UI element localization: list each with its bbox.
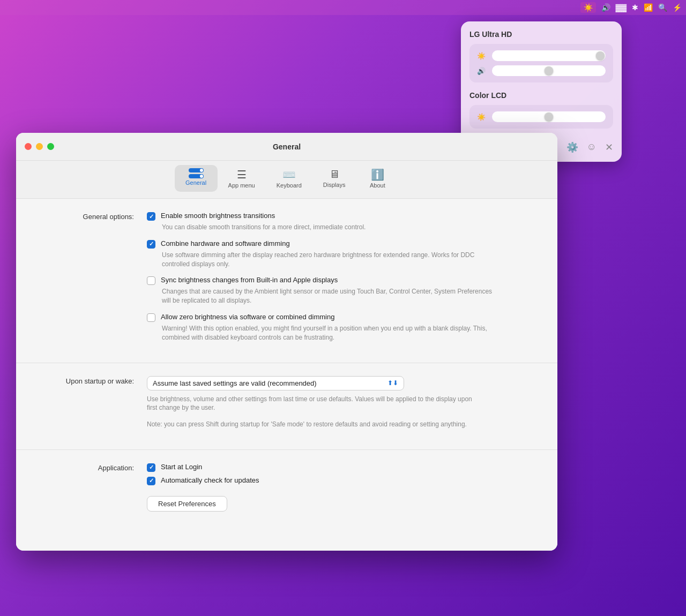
checkbox-start-login[interactable] <box>147 463 155 472</box>
preferences-window: General General ☰ App menu ⌨️ Keyboard 🖥 <box>16 133 557 551</box>
color-controls: ☀️ <box>469 105 613 129</box>
displays-tab-icon: 🖥 <box>329 168 340 181</box>
desc-sync-brightness: Changes that are caused by the Ambient l… <box>162 287 494 305</box>
startup-dropdown-text: Assume last saved settings are valid (re… <box>153 379 383 387</box>
app-menu-tab-icon: ☰ <box>237 168 247 181</box>
desc-allow-zero: Warning! With this option enabled, you m… <box>162 324 494 342</box>
about-tab-icon: ℹ️ <box>371 168 384 181</box>
checkbox-smooth-brightness[interactable] <box>147 212 155 221</box>
lg-volume-thumb[interactable] <box>545 66 553 75</box>
tab-general[interactable]: General <box>175 165 218 192</box>
option-auto-updates: Automatically check for updates <box>147 476 536 485</box>
checkbox-sync-brightness[interactable] <box>147 276 155 285</box>
application-label: Application: <box>38 463 134 512</box>
color-brightness-row: ☀️ <box>477 111 606 122</box>
brightness-icon[interactable]: ☀️ <box>580 2 596 13</box>
option-start-login: Start at Login <box>147 463 536 472</box>
label-allow-zero: Allow zero brightness via software or co… <box>161 313 334 321</box>
general-options-label: General options: <box>38 212 134 350</box>
settings-icon[interactable]: ⚙️ <box>566 141 578 153</box>
color-lcd-title: Color LCD <box>469 91 613 100</box>
application-content: Start at Login Automatically check for u… <box>147 463 536 512</box>
volume-slider-icon: 🔊 <box>477 67 488 75</box>
keyboard-tab-icon: ⌨️ <box>282 168 296 181</box>
startup-desc2: Note: you can press Shift during startup… <box>147 420 479 429</box>
bluetooth-icon[interactable]: ✱ <box>632 3 638 12</box>
content-area: General options: Enable smooth brightnes… <box>16 199 557 551</box>
power-icon[interactable]: ⚡ <box>673 3 682 12</box>
volume-icon[interactable]: 🔊 <box>601 3 610 12</box>
reset-preferences-button[interactable]: Reset Preferences <box>147 496 227 512</box>
lg-section-title: LG Ultra HD <box>469 30 613 39</box>
general-options-section: General options: Enable smooth brightnes… <box>16 199 557 363</box>
menubar: ☀️ 🔊 ▓▓ ✱ 📶 🔍 ⚡ <box>0 0 686 15</box>
label-combine-dimming: Combine hardware and software dimming <box>161 239 290 247</box>
desc-combine-dimming: Use software dimming after the display r… <box>162 251 494 269</box>
label-start-login: Start at Login <box>161 463 202 471</box>
color-brightness-icon: ☀️ <box>477 113 488 121</box>
keyboard-tab-label: Keyboard <box>277 182 302 189</box>
startup-row: Upon startup or wake: Assume last saved … <box>38 376 536 437</box>
label-sync-brightness: Sync brightness changes from Built-in an… <box>161 276 338 284</box>
tab-bar: General ☰ App menu ⌨️ Keyboard 🖥 Display… <box>16 161 557 199</box>
tab-displays[interactable]: 🖥 Displays <box>312 165 356 192</box>
label-auto-updates: Automatically check for updates <box>161 476 259 484</box>
lg-volume-row: 🔊 <box>477 65 606 76</box>
option-sync-brightness: Sync brightness changes from Built-in an… <box>147 276 536 285</box>
about-tab-label: About <box>370 182 385 189</box>
lg-ultrahd-section: LG Ultra HD ☀️ 🔊 <box>469 30 613 82</box>
tab-app-menu[interactable]: ☰ App menu <box>218 165 266 192</box>
general-tab-icon <box>189 168 204 178</box>
traffic-lights <box>25 143 54 150</box>
wifi-icon[interactable]: 📶 <box>644 3 653 12</box>
color-lcd-section: Color LCD ☀️ <box>469 91 613 129</box>
startup-desc1: Use brightness, volume and other setting… <box>147 395 479 413</box>
startup-dropdown[interactable]: Assume last saved settings are valid (re… <box>147 376 404 390</box>
title-bar: General <box>16 133 557 161</box>
startup-content: Assume last saved settings are valid (re… <box>147 376 536 437</box>
general-tab-label: General <box>185 179 206 186</box>
displays-tab-label: Displays <box>323 182 346 188</box>
desc-smooth-brightness: You can disable smooth transitions for a… <box>162 223 494 232</box>
startup-section: Upon startup or wake: Assume last saved … <box>16 363 557 450</box>
dropdown-arrow-icon: ⬆⬇ <box>387 379 398 387</box>
lg-brightness-row: ☀️ <box>477 50 606 61</box>
lg-brightness-thumb[interactable] <box>596 51 605 60</box>
general-options-row: General options: Enable smooth brightnes… <box>38 212 536 350</box>
window-title: General <box>273 142 301 151</box>
label-smooth-brightness: Enable smooth brightness transitions <box>161 212 275 220</box>
lg-controls: ☀️ 🔊 <box>469 44 613 82</box>
color-brightness-slider[interactable] <box>492 111 606 122</box>
lg-brightness-slider[interactable] <box>492 50 606 61</box>
search-icon[interactable]: 🔍 <box>658 3 667 12</box>
option-combine-dimming: Combine hardware and software dimming <box>147 239 536 249</box>
lg-volume-slider[interactable] <box>492 65 606 76</box>
color-brightness-thumb[interactable] <box>545 112 553 121</box>
startup-label: Upon startup or wake: <box>38 376 134 437</box>
close-popup-icon[interactable]: ✕ <box>605 141 613 153</box>
application-section: Application: Start at Login Automaticall… <box>16 450 557 524</box>
menubar-icons: ☀️ 🔊 ▓▓ ✱ 📶 🔍 ⚡ <box>580 2 682 13</box>
minimize-button[interactable] <box>36 143 43 150</box>
battery-icon[interactable]: ▓▓ <box>616 3 627 12</box>
app-menu-tab-label: App menu <box>228 182 255 189</box>
smile-icon[interactable]: ☺ <box>587 141 596 153</box>
option-smooth-brightness: Enable smooth brightness transitions <box>147 212 536 221</box>
application-row: Application: Start at Login Automaticall… <box>38 463 536 512</box>
maximize-button[interactable] <box>47 143 54 150</box>
close-button[interactable] <box>25 143 32 150</box>
brightness-slider-icon: ☀️ <box>477 52 488 60</box>
general-options-content: Enable smooth brightness transitions You… <box>147 212 536 350</box>
checkbox-combine-dimming[interactable] <box>147 240 155 249</box>
checkbox-auto-updates[interactable] <box>147 477 155 485</box>
option-allow-zero: Allow zero brightness via software or co… <box>147 313 536 322</box>
tab-keyboard[interactable]: ⌨️ Keyboard <box>266 165 312 192</box>
tab-about[interactable]: ℹ️ About <box>356 165 399 192</box>
checkbox-allow-zero[interactable] <box>147 313 155 322</box>
